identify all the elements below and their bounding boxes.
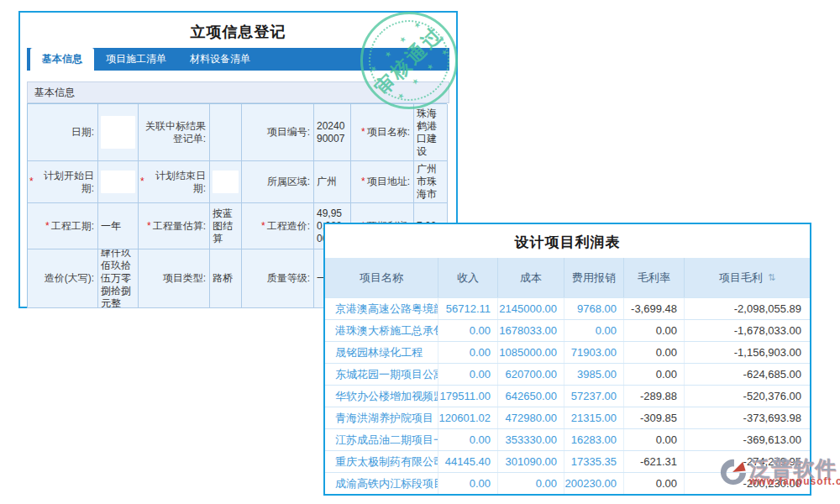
profit-cell-4: 0.00 <box>624 320 685 341</box>
column-header-1: 收入 <box>438 258 498 297</box>
profit-cell-5: -369,613.00 <box>685 429 810 450</box>
form-tab-1[interactable]: 项目施工清单 <box>94 48 178 71</box>
profit-row: 晟铭园林绿化工程0.001085000.0071903.000.00-1,156… <box>325 341 810 363</box>
column-header-3: 费用报销 <box>564 258 624 297</box>
form-field-value: 珠海鹤港口建设 <box>414 104 448 161</box>
form-field-label: 所属区域: <box>242 161 314 203</box>
profit-cell-3: 0.00 <box>564 320 624 341</box>
profit-cell-5: -520,376.00 <box>685 386 810 407</box>
profit-cell-1: 120601.02 <box>438 407 498 428</box>
profit-cell-3: 57237.00 <box>564 386 624 407</box>
profit-row: 青海洪湖养护院项目120601.02472980.0021315.00-309.… <box>325 407 810 428</box>
project-name-link[interactable]: 重庆太极制药有限公司亳州 <box>325 451 438 472</box>
profit-cell-1: 0.00 <box>438 320 498 341</box>
profit-cell-2: 620700.00 <box>498 364 564 385</box>
profit-cell-2: 0.00 <box>498 473 564 494</box>
sort-icon[interactable]: ⇅ <box>768 272 775 283</box>
profit-cell-3: 16283.00 <box>564 429 624 450</box>
profit-cell-5: -1,156,903.00 <box>685 342 810 363</box>
profit-cell-4: 0.00 <box>624 473 685 494</box>
profit-cell-2: 642650.00 <box>498 386 564 407</box>
required-mark: * <box>361 126 365 139</box>
profit-cell-3: 9768.00 <box>564 298 624 319</box>
form-field-label: 造价(大写): <box>28 249 98 308</box>
profit-table-panel: 设计项目利润表 项目名称收入成本费用报销毛利率项目毛利⇅ 京港澳高速公路粤境韶关… <box>323 223 811 496</box>
form-field-label: *计划结束日期: <box>139 161 210 203</box>
required-mark: * <box>29 176 34 188</box>
profit-cell-3: 200230.00 <box>564 473 624 494</box>
form-field-value: 广州 <box>314 161 351 203</box>
profit-cell-1: 44145.40 <box>438 451 498 472</box>
required-mark: * <box>361 176 365 188</box>
profit-cell-4: -289.88 <box>624 386 685 407</box>
column-header-2: 成本 <box>498 258 564 297</box>
form-field-label: *计划开始日期: <box>28 161 98 203</box>
form-field-label: 项目类型: <box>139 249 210 308</box>
stamp-text: 审核通过 <box>369 20 449 100</box>
profit-cell-1: 0.00 <box>438 429 498 450</box>
profit-cell-1: 0.00 <box>438 473 498 494</box>
vendor-url-text: www.fanpusoft.com <box>749 475 840 487</box>
column-header-0: 项目名称 <box>325 258 438 297</box>
profit-cell-4: 0.00 <box>624 364 685 385</box>
date-input[interactable] <box>101 171 135 194</box>
profit-cell-4: 0.00 <box>624 429 685 450</box>
project-name-link[interactable]: 青海洪湖养护院项目 <box>325 407 438 428</box>
required-mark: * <box>261 220 265 233</box>
profit-cell-3: 21315.00 <box>564 407 624 428</box>
profit-cell-5: -1,678,033.00 <box>685 320 810 341</box>
form-field-label: *工程造价: <box>242 203 314 249</box>
profit-cell-4: -309.85 <box>624 407 685 428</box>
approval-stamp: ★ ★ ★ ★ 审核通过 ★ ★ ★ ★ <box>360 12 458 109</box>
project-name-link[interactable]: 晟铭园林绿化工程 <box>325 342 438 363</box>
column-header-5[interactable]: 项目毛利⇅ <box>685 258 810 297</box>
profit-cell-4: -621.31 <box>624 451 685 472</box>
form-field-value: 广州市珠海市 <box>414 161 448 203</box>
stamp-stars-top: ★ ★ ★ ★ <box>365 16 427 78</box>
form-field-label: *工程工期: <box>28 203 98 249</box>
form-field-value <box>98 161 139 203</box>
form-field-label: *项目名称: <box>351 104 414 161</box>
form-field-label: 项目编号: <box>242 104 314 161</box>
form-field-value: 按蓝图结算 <box>210 203 242 249</box>
form-field-label: 日期: <box>28 104 98 161</box>
form-field-label: 关联中标结果登记单: <box>139 104 210 161</box>
form-field-value: 2024090007 <box>314 104 351 161</box>
profit-cell-3: 3985.00 <box>564 364 624 385</box>
profit-cell-4: 0.00 <box>624 342 685 363</box>
form-tab-2[interactable]: 材料设备清单 <box>178 48 262 71</box>
project-name-link[interactable]: 京港澳高速公路粤境韶关至 <box>325 298 438 319</box>
required-mark: * <box>45 220 50 233</box>
profit-cell-2: 353330.00 <box>498 429 564 450</box>
profit-row: 华软办公楼增加视频监控项179511.00642650.0057237.00-2… <box>325 385 810 407</box>
desktop-stage: 立项信息登记 基本信息项目施工清单材料设备清单 基本信息 日期:关联中标结果登记… <box>0 0 840 504</box>
profit-cell-2: 1085000.00 <box>498 342 564 363</box>
profit-cell-3: 17335.35 <box>564 451 624 472</box>
form-field-label: *项目地址: <box>351 161 414 203</box>
project-name-link[interactable]: 江苏成品油二期项目一标段 <box>325 429 438 450</box>
form-field-label: 质量等级: <box>242 249 314 308</box>
profit-cell-5: -2,098,055.89 <box>685 298 810 319</box>
project-name-link[interactable]: 华软办公楼增加视频监控项 <box>325 386 438 407</box>
project-name-link[interactable]: 东城花园一期项目公寓大堂 <box>325 364 438 385</box>
profit-cell-1: 0.00 <box>438 342 498 363</box>
required-mark: * <box>147 220 151 233</box>
form-field-value <box>210 104 242 161</box>
form-tab-0[interactable]: 基本信息 <box>30 48 94 71</box>
form-field-value <box>98 104 139 161</box>
date-input[interactable] <box>101 116 135 149</box>
date-input[interactable] <box>213 171 239 194</box>
profit-cell-1: 0.00 <box>438 364 498 385</box>
form-field-label: *工程量估算: <box>139 203 210 249</box>
profit-cell-2: 2145000.00 <box>498 298 564 319</box>
profit-cell-3: 71903.00 <box>564 342 624 363</box>
project-name-link[interactable]: 港珠澳大桥施工总承包项目 <box>325 320 438 341</box>
fanpu-logo-icon <box>719 458 748 486</box>
form-field-value: 一年 <box>98 203 139 249</box>
project-name-link[interactable]: 成渝高铁内江标段项目 <box>325 473 438 494</box>
profit-cell-1: 179511.00 <box>438 386 498 407</box>
column-header-4: 毛利率 <box>624 258 685 297</box>
profit-cell-5: -624,685.00 <box>685 364 810 385</box>
profit-cell-4: -3,699.48 <box>624 298 685 319</box>
profit-cell-5: -373,693.98 <box>685 407 810 428</box>
